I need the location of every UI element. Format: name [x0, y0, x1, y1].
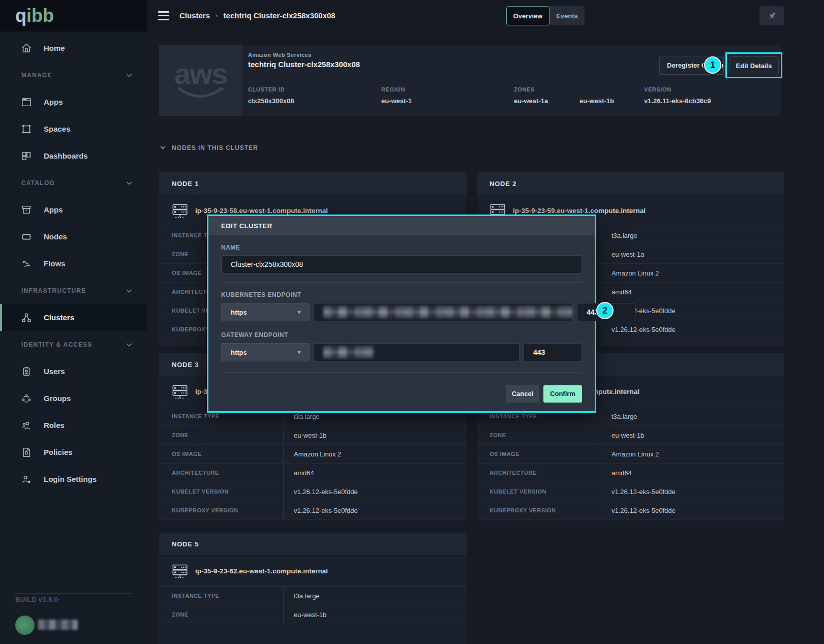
cluster-name-input[interactable]: [221, 255, 582, 273]
sidebar-section-infrastructure[interactable]: INFRASTRUCTURE: [0, 277, 147, 304]
redacted-gateway-endpoint: [323, 346, 374, 358]
sidebar-item-clusters[interactable]: Clusters: [0, 304, 147, 331]
node-title: NODE 2: [477, 172, 784, 196]
qibb-logo[interactable]: qibb: [15, 7, 54, 25]
sidebar-item-label: Apps: [44, 205, 63, 214]
sidebar-item-label: Spaces: [44, 125, 71, 133]
version-label: VERSION: [644, 86, 672, 93]
top-header: Clusters • techtriq Cluster-clx258x300x0…: [147, 0, 824, 32]
node-row-value: t3a.large: [601, 226, 784, 244]
node-row-label: ARCHITECTURE: [159, 464, 284, 482]
gateway-scheme-select[interactable]: https ▼: [221, 343, 310, 361]
name-label: NAME: [221, 244, 582, 251]
cluster-id-value: clx258x300x08: [248, 97, 294, 105]
confirm-button[interactable]: Confirm: [543, 385, 582, 403]
sidebar-item-flows[interactable]: Flows: [0, 250, 147, 277]
node-row-label: ZONE: [477, 426, 601, 444]
view-tabs: Overview Events: [506, 6, 585, 25]
tab-overview[interactable]: Overview: [506, 6, 550, 25]
node-row: ARCHITECTUREamd64: [159, 464, 467, 482]
node-row-label: ZONE: [159, 605, 284, 624]
node-row-value: v1.26.12-eks-5e0fdde: [284, 482, 467, 501]
sidebar-item-label: Nodes: [44, 232, 67, 241]
node-icon: [20, 231, 33, 243]
sidebar-item-label: Clusters: [44, 313, 74, 322]
node-table: INSTANCE TYPEt3a.largeZONEeu-west-1bOS I…: [477, 407, 784, 520]
content-area: aws Amazon Web Services techtriq Cluster…: [147, 32, 824, 644]
gateway-scheme-value: https: [231, 349, 247, 356]
sidebar-section-identity[interactable]: IDENTITY & ACCESS: [0, 331, 147, 358]
sidebar-item-roles[interactable]: Roles: [0, 412, 147, 439]
gateway-port-input[interactable]: [524, 343, 582, 361]
gateway-endpoint-row: https ▼: [221, 343, 582, 361]
section-label: CATALOG: [21, 179, 55, 187]
node-row-value: eu-west-1b: [601, 426, 784, 444]
sidebar-item-nodes[interactable]: Nodes: [0, 223, 147, 250]
chevron-down-icon: [125, 71, 133, 79]
user-card-icon: [20, 365, 33, 378]
node-row-label: ARCHITECTURE: [477, 464, 601, 482]
node-row: ZONEeu-west-1b: [477, 426, 784, 445]
region-label: REGION: [381, 86, 405, 93]
node-hostname: ip-35-9-23-62.eu-west-1.compute.internal: [195, 567, 328, 575]
node-row-value: eu-west-1b: [284, 605, 467, 624]
cluster-summary-card: aws Amazon Web Services techtriq Cluster…: [159, 45, 781, 116]
server-icon: [172, 563, 188, 579]
hamburger-menu-icon[interactable]: [158, 11, 169, 20]
edit-cluster-modal: EDIT CLUSTER NAME KUBERNETES ENDPOINT ht…: [207, 214, 596, 413]
k8s-scheme-select[interactable]: https ▼: [221, 303, 310, 321]
annotation-badge-1: 1: [704, 56, 721, 74]
node-row: KUBELET VERSIONv1.26.12-eks-5e0fdde: [159, 482, 467, 501]
section-label: INFRASTRUCTURE: [21, 287, 86, 294]
node-row-label: OS IMAGE: [477, 445, 601, 463]
avatar[interactable]: [15, 616, 35, 635]
flow-icon: [20, 258, 33, 270]
breadcrumb-section[interactable]: Clusters: [179, 11, 210, 20]
sidebar-section-catalog[interactable]: CATALOG: [0, 169, 147, 196]
edit-details-button[interactable]: Edit Details: [729, 56, 779, 75]
k8s-endpoint-input[interactable]: [314, 303, 573, 321]
node-host-row: ip-35-9-23-62.eu-west-1.compute.internal: [159, 556, 467, 586]
node-row-value: amd64: [284, 464, 467, 482]
node-row: ZONEeu-west-1b: [159, 605, 467, 624]
kubernetes-endpoint-label: KUBERNETES ENDPOINT: [221, 291, 582, 298]
sidebar-item-apps-manage[interactable]: Apps: [0, 88, 147, 115]
nodes-section-title: NODES IN THIS CLUSTER: [172, 144, 258, 151]
gateway-endpoint-input[interactable]: [314, 343, 520, 361]
home-icon: [20, 42, 33, 54]
sidebar-section-manage[interactable]: MANAGE: [0, 62, 147, 88]
node-hostname: ip-35-9-23-58.eu-west-1.compute.internal: [195, 207, 328, 214]
node-row-value: Amazon Linux 2: [601, 445, 784, 463]
node-title: NODE 1: [159, 172, 467, 196]
sidebar-item-apps-catalog[interactable]: Apps: [0, 196, 147, 223]
nodes-section-toggle[interactable]: NODES IN THIS CLUSTER: [159, 144, 258, 151]
sidebar-item-dashboards[interactable]: Dashboards: [0, 142, 147, 169]
pin-button[interactable]: [759, 6, 784, 25]
sidebar-item-login-settings[interactable]: Login Settings: [0, 466, 147, 493]
breadcrumb-separator: •: [216, 12, 218, 19]
node-row-label: KUBEPROXY VERSION: [159, 501, 284, 519]
build-version: BUILD v3.8.0-: [15, 596, 60, 603]
sidebar-item-spaces[interactable]: Spaces: [0, 115, 147, 142]
redacted-username: [38, 620, 78, 630]
policy-document-icon: [20, 446, 33, 458]
node-row-value: Amazon Linux 2: [284, 445, 467, 463]
node-row-value: eu-west-1b: [284, 426, 467, 444]
zones-label: ZONES: [514, 86, 535, 93]
card-divider: [248, 79, 774, 79]
sidebar-item-policies[interactable]: Policies: [0, 439, 147, 466]
group-icon: [20, 392, 33, 405]
server-icon: [172, 384, 188, 400]
modal-body: NAME KUBERNETES ENDPOINT https ▼ GATEWAY…: [208, 235, 595, 376]
sidebar-item-home[interactable]: Home: [0, 35, 147, 62]
node-row-value: amd64: [601, 283, 784, 301]
chevron-down-icon: [125, 341, 133, 349]
node-row-value: t3a.large: [601, 407, 784, 425]
gateway-endpoint-label: GATEWAY ENDPOINT: [221, 331, 582, 339]
sidebar-item-groups[interactable]: Groups: [0, 385, 147, 412]
section-divider: [159, 162, 784, 162]
modal-title: EDIT CLUSTER: [208, 216, 595, 235]
tab-events[interactable]: Events: [550, 6, 585, 25]
cancel-button[interactable]: Cancel: [506, 385, 539, 403]
sidebar-item-users[interactable]: Users: [0, 358, 147, 385]
